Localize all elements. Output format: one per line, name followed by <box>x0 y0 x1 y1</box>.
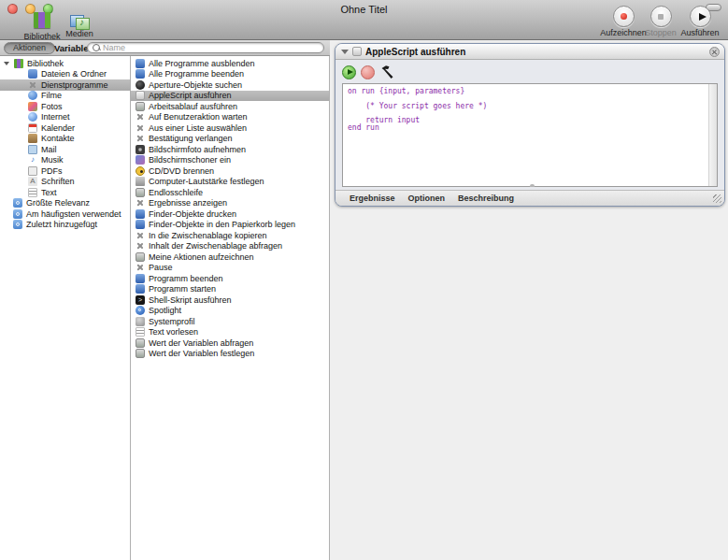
sysprofile-icon <box>136 317 145 326</box>
action-item[interactable]: Aperture-Objekte suchen <box>131 79 329 91</box>
action-item-label: Alle Programme beenden <box>149 69 244 79</box>
compile-hammer-icon[interactable] <box>379 65 396 79</box>
script-stop-button[interactable] <box>361 65 375 79</box>
action-item[interactable]: Bildschirmfoto aufnehmen <box>131 144 329 155</box>
sidebar-item[interactable]: Text <box>0 187 130 198</box>
disclosure-triangle-icon[interactable] <box>341 50 349 54</box>
action-item[interactable]: CD/DVD brennen <box>131 165 329 177</box>
action-item[interactable]: Alle Programme ausblenden <box>131 58 329 69</box>
action-item[interactable]: Inhalt der Zwischenablage abfragen <box>131 241 329 252</box>
disclosure-triangle-icon[interactable] <box>4 62 9 65</box>
aperture-icon <box>136 80 145 90</box>
script-toolbar <box>335 60 724 83</box>
sidebar-item[interactable]: Kontakte <box>0 134 130 145</box>
action-item[interactable]: Finder-Objekte in den Papierkorb legen <box>131 220 329 231</box>
action-item[interactable]: Finder-Objekte drucken <box>131 208 329 220</box>
sidebar-item[interactable]: Bibliothek <box>0 58 130 69</box>
close-action-icon[interactable] <box>709 47 720 57</box>
action-item[interactable]: Endlosschleife <box>131 187 329 198</box>
music-icon: ♪ <box>28 155 37 165</box>
action-item[interactable]: Aus einer Liste auswählen <box>131 122 329 134</box>
sidebar-item-label: Schriften <box>41 177 75 186</box>
action-item-label: Wert der Variablen festlegen <box>149 349 254 358</box>
sidebar-item[interactable]: Dienstprogramme <box>0 79 130 91</box>
action-item-label: Shell-Skript ausführen <box>149 295 232 305</box>
action-block-header[interactable]: AppleScript ausführen <box>335 44 724 60</box>
action-item-label: CD/DVD brennen <box>149 166 214 176</box>
sidebar-item-label: PDFs <box>41 166 63 176</box>
action-item[interactable]: Bildschirmschoner ein <box>131 155 329 166</box>
action-item[interactable]: Systemprofil <box>131 316 329 327</box>
action-item[interactable]: Bestätigung verlangen <box>131 134 329 145</box>
sidebar-item[interactable]: Fotos <box>0 101 130 112</box>
tab-aktionen[interactable]: Aktionen <box>4 42 55 54</box>
script-run-button[interactable] <box>342 65 356 79</box>
action-item-label: Systemprofil <box>149 317 195 326</box>
action-item[interactable]: Wert der Variablen abfragen <box>131 337 329 349</box>
robot-icon <box>136 338 145 348</box>
action-item[interactable]: Auf Benutzeraktion warten <box>131 112 329 123</box>
footer-tab-optionen[interactable]: Optionen <box>408 194 446 203</box>
action-item[interactable]: Text vorlesen <box>131 327 329 338</box>
script-icon <box>136 91 145 100</box>
sidebar-item-label: Fotos <box>41 102 63 111</box>
app-icon <box>136 209 145 219</box>
sidebar-item[interactable]: Dateien & Ordner <box>0 69 130 80</box>
photos-icon <box>28 102 37 111</box>
footer-tab-beschreibung[interactable]: Beschreibung <box>458 194 514 203</box>
screensaver-icon <box>136 155 145 165</box>
x-icon <box>136 198 145 208</box>
action-item[interactable]: AppleScript ausführen <box>131 91 329 102</box>
search-placeholder: Name <box>103 43 125 52</box>
robot-icon <box>136 349 145 358</box>
sidebar-item[interactable]: Filme <box>0 91 130 102</box>
action-item[interactable]: Programm starten <box>131 284 329 295</box>
script-editor[interactable]: on run {input, parameters} (* Your scrip… <box>342 83 718 187</box>
workflow-canvas[interactable]: AppleScript ausführen on run {input, par… <box>330 40 728 560</box>
sidebar-item[interactable]: ♪Musik <box>0 155 130 166</box>
action-item[interactable]: In die Zwischenablage kopieren <box>131 230 329 241</box>
action-item[interactable]: Alle Programme beenden <box>131 69 329 80</box>
sidebar-item[interactable]: PDFs <box>0 165 130 177</box>
sidebar-item[interactable]: Mail <box>0 144 130 155</box>
resize-grip[interactable] <box>713 194 721 203</box>
sidebar-item-label: Text <box>41 188 57 197</box>
sidebar-item-label: Kalender <box>41 123 75 133</box>
library-sidebar: BibliothekDateien & OrdnerDienstprogramm… <box>0 56 131 560</box>
camera-icon <box>136 145 145 154</box>
action-item[interactable]: Arbeitsablauf ausführen <box>131 101 329 112</box>
search-input[interactable]: Name <box>87 42 324 53</box>
action-item[interactable]: Ergebnisse anzeigen <box>131 198 329 209</box>
movies-icon <box>28 91 37 100</box>
shell-icon: > <box>136 295 145 305</box>
action-item[interactable]: Computer-Lautstärke festlegen <box>131 177 329 188</box>
x-icon <box>136 123 145 133</box>
action-item[interactable]: Meine Aktionen aufzeichnen <box>131 251 329 263</box>
media-icon: ♪ <box>70 13 89 28</box>
robot-icon <box>136 252 145 262</box>
sidebar-item[interactable]: Am häufigsten verwendet <box>0 208 130 220</box>
script-resize-dimple[interactable] <box>530 184 535 187</box>
volume-icon <box>136 177 145 186</box>
media-button[interactable]: ♪ Medien <box>49 10 110 38</box>
sidebar-item-label: Kontakte <box>41 134 75 143</box>
action-item-label: Inhalt der Zwischenablage abfragen <box>149 241 282 251</box>
action-item[interactable]: Programm beenden <box>131 273 329 284</box>
sidebar-item[interactable]: Größte Relevanz <box>0 198 130 209</box>
script-scrollbar[interactable] <box>708 84 717 186</box>
smart-icon <box>13 209 22 219</box>
sidebar-item[interactable]: Internet <box>0 112 130 123</box>
action-item[interactable]: Spotlight <box>131 306 329 317</box>
x-icon <box>136 112 145 122</box>
sidebar-item[interactable]: Zuletzt hinzugefügt <box>0 220 130 231</box>
script-code[interactable]: on run {input, parameters} (* Your scrip… <box>343 84 717 136</box>
action-item-label: Wert der Variablen abfragen <box>149 338 253 348</box>
action-item[interactable]: Wert der Variablen festlegen <box>131 349 329 360</box>
action-item[interactable]: >Shell-Skript ausführen <box>131 294 329 306</box>
footer-tab-ergebnisse[interactable]: Ergebnisse <box>350 194 395 203</box>
sidebar-item[interactable]: ASchriften <box>0 177 130 188</box>
action-item[interactable]: Pause <box>131 263 329 274</box>
applescript-action-block: AppleScript ausführen on run {input, par… <box>335 43 725 207</box>
run-button[interactable]: Ausführen <box>660 6 728 37</box>
sidebar-item[interactable]: Kalender <box>0 122 130 134</box>
